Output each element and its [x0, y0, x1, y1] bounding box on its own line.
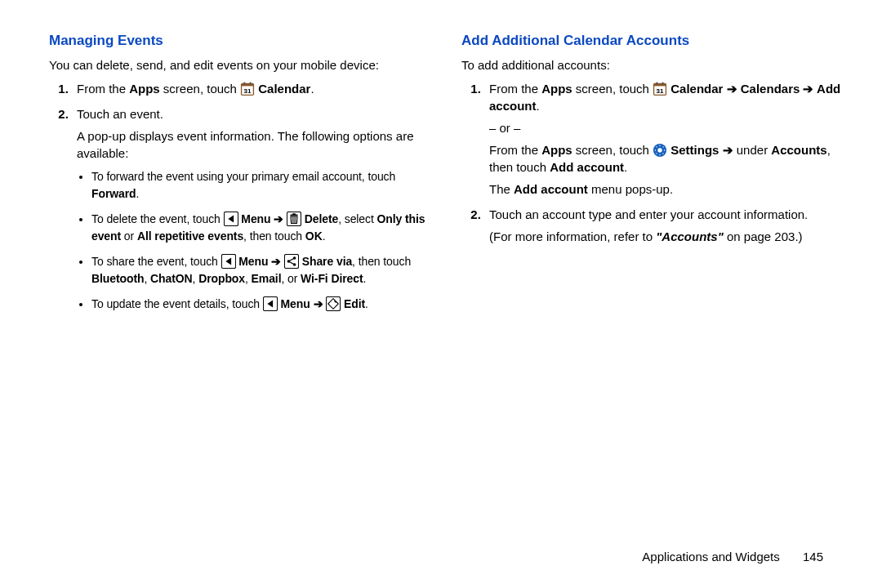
page-footer: Applications and Widgets 145	[642, 550, 823, 564]
option-share: To share the event, touch Menu ➔ Share v…	[91, 253, 429, 287]
calendar-icon	[240, 82, 255, 96]
left-intro: You can delete, send, and edit events on…	[49, 57, 429, 74]
menu-back-icon	[263, 296, 278, 311]
right-intro: To add additional accounts:	[461, 57, 841, 74]
delete-icon	[287, 212, 301, 226]
heading-managing-events: Managing Events	[49, 33, 429, 49]
edit-icon	[326, 296, 341, 311]
right-step-1: From the Apps screen, touch Calendar ➔ C…	[484, 80, 841, 198]
footer-chapter: Applications and Widgets	[642, 550, 779, 564]
left-step-1: From the Apps screen, touch Calendar.	[72, 80, 429, 97]
left-step-2: Touch an event. A pop-up displays event …	[72, 105, 429, 313]
right-column: Add Additional Calendar Accounts To add …	[461, 33, 841, 564]
menu-back-icon	[221, 254, 236, 269]
left-column: Managing Events You can delete, send, an…	[49, 33, 429, 564]
option-forward: To forward the event using your primary …	[91, 168, 429, 203]
left-steps: From the Apps screen, touch Calendar. To…	[49, 80, 429, 313]
calendar-icon	[653, 82, 667, 96]
right-step-2: Touch an account type and enter your acc…	[484, 206, 841, 245]
footer-page-number: 145	[803, 550, 823, 564]
settings-icon	[653, 143, 667, 158]
right-steps: From the Apps screen, touch Calendar ➔ C…	[461, 80, 841, 245]
share-icon	[284, 254, 299, 269]
left-options-list: To forward the event using your primary …	[77, 168, 429, 313]
menu-back-icon	[224, 212, 238, 226]
heading-add-accounts: Add Additional Calendar Accounts	[461, 33, 841, 49]
option-edit: To update the event details, touch Menu …	[91, 296, 429, 313]
option-delete: To delete the event, touch Menu ➔ Delete…	[91, 211, 429, 245]
